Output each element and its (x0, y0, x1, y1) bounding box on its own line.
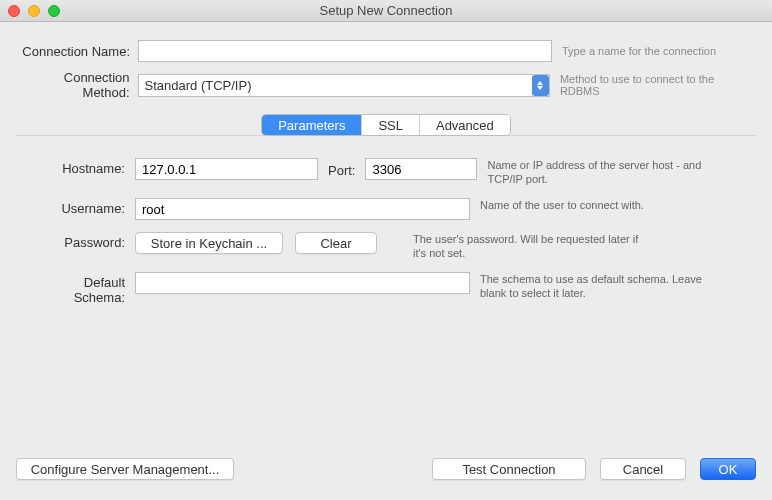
connection-name-row: Connection Name: Type a name for the con… (16, 40, 756, 62)
clear-password-button[interactable]: Clear (295, 232, 377, 254)
username-label: Username: (30, 198, 135, 216)
default-schema-help: The schema to use as default schema. Lea… (480, 272, 714, 300)
username-row: Username: Name of the user to connect wi… (30, 198, 742, 220)
tab-parameters[interactable]: Parameters (262, 115, 361, 135)
tab-ssl[interactable]: SSL (361, 115, 419, 135)
titlebar: Setup New Connection (0, 0, 772, 22)
hostname-input[interactable] (135, 158, 318, 180)
connection-name-label: Connection Name: (16, 44, 138, 59)
password-row: Password: Store in Keychain ... Clear Th… (30, 232, 742, 260)
store-keychain-button[interactable]: Store in Keychain ... (135, 232, 283, 254)
configure-server-management-button[interactable]: Configure Server Management... (16, 458, 234, 480)
ok-button[interactable]: OK (700, 458, 756, 480)
hostname-label: Hostname: (30, 158, 135, 176)
username-input[interactable] (135, 198, 470, 220)
username-help: Name of the user to connect with. (480, 198, 714, 212)
window-body: Connection Name: Type a name for the con… (0, 22, 772, 455)
connection-name-input[interactable] (138, 40, 552, 62)
password-help: The user's password. Will be requested l… (413, 232, 647, 260)
footer: Configure Server Management... Test Conn… (16, 458, 756, 480)
password-label: Password: (30, 232, 135, 250)
default-schema-row: Default Schema: The schema to use as def… (30, 272, 742, 305)
default-schema-input[interactable] (135, 272, 470, 294)
port-label: Port: (328, 160, 355, 178)
connection-method-help: Method to use to connect to the RDBMS (560, 73, 756, 97)
dropdown-stepper-icon[interactable] (532, 75, 549, 96)
tab-advanced[interactable]: Advanced (419, 115, 510, 135)
hostname-help: Name or IP address of the server host - … (487, 158, 721, 186)
hostname-row: Hostname: Port: Name or IP address of th… (30, 158, 742, 186)
tab-bar: Parameters SSL Advanced (261, 114, 511, 136)
parameters-panel: Hostname: Port: Name or IP address of th… (16, 135, 756, 455)
connection-method-row: Connection Method: Standard (TCP/IP) Met… (16, 70, 756, 100)
port-input[interactable] (365, 158, 477, 180)
connection-method-value: Standard (TCP/IP) (145, 78, 252, 93)
connection-method-select[interactable]: Standard (TCP/IP) (138, 74, 550, 97)
test-connection-button[interactable]: Test Connection (432, 458, 586, 480)
connection-method-label: Connection Method: (16, 70, 138, 100)
connection-name-help: Type a name for the connection (562, 45, 716, 57)
default-schema-label: Default Schema: (30, 272, 135, 305)
cancel-button[interactable]: Cancel (600, 458, 686, 480)
window-title: Setup New Connection (0, 3, 772, 18)
